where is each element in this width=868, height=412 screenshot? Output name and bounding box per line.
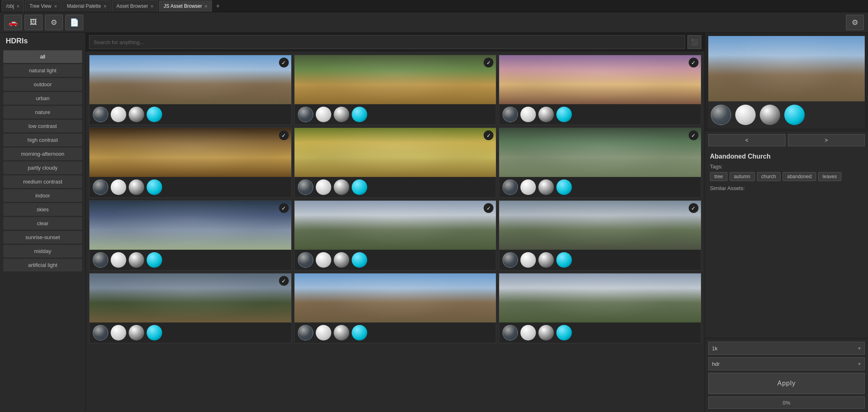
pano-overlay [295,128,496,177]
sidebar-item-nature[interactable]: nature [3,106,82,119]
grid-item-image: ✓ [499,55,701,104]
sidebar-item-urban[interactable]: urban [3,92,82,105]
sidebar-item-midday[interactable]: midday [3,245,82,258]
tag-autumn[interactable]: autumn [730,172,755,181]
sidebar-item-outdoor[interactable]: outdoor [3,78,82,91]
format-select[interactable]: hdr exr jpg [708,357,865,370]
grid-item-balls [89,322,291,343]
sidebar-item-natural-light[interactable]: natural light [3,64,82,77]
apply-button[interactable]: Apply [708,373,865,394]
tab-tree-view-close[interactable]: ✕ [54,4,57,9]
ball-white-ball [520,252,536,268]
format-select-wrapper: hdr exr jpg [708,357,865,370]
sidebar-item-low-contrast[interactable]: low contrast [3,120,82,132]
sidebar-item-skies[interactable]: skies [3,203,82,216]
car-button[interactable]: 🚗 [4,15,22,30]
tab-asset-browser-close[interactable]: ✕ [150,4,154,9]
nav-next-button[interactable]: > [788,134,865,146]
grid-item-image: ✓ [499,128,701,177]
tab-js-asset-browser-close[interactable]: ✕ [204,4,208,9]
main-layout: HDRIs allnatural lightoutdoorurbannature… [0,33,868,412]
search-input[interactable] [89,35,685,49]
check-badge: ✓ [279,276,289,286]
tab-bar: /obj ✕ Tree View ✕ Material Palette ✕ As… [0,0,868,12]
grid-item[interactable]: ✓ [294,55,497,125]
ball-cyan-ball [556,179,572,195]
sidebar-item-partly-cloudy[interactable]: partly cloudy [3,161,82,174]
grid-item[interactable]: ✓ [89,273,292,343]
grid-item-balls [89,104,291,125]
grid-item-balls [499,322,701,343]
grid-item[interactable]: ✓ [89,128,292,198]
grid-item[interactable]: ✓ [499,200,701,271]
preview-ball-glass [711,105,731,125]
tab-obj-close[interactable]: ✕ [16,4,20,9]
tab-js-asset-browser[interactable]: JS Asset Browser ✕ [159,0,212,12]
tags-label: Tags: [710,163,863,170]
check-badge: ✓ [279,203,289,213]
left-sidebar: HDRIs allnatural lightoutdoorurbannature… [0,33,86,412]
sidebar-item-artificial-light[interactable]: artificial light [3,259,82,271]
resolution-select-wrapper: 1k 2k 4k 8k [708,342,865,355]
pano-overlay [89,201,291,250]
ball-cyan-ball [352,325,367,340]
tag-abandoned[interactable]: abandoned [783,172,816,181]
sidebar-item-medium-contrast[interactable]: medium contrast [3,175,82,188]
settings-button[interactable]: ⚙ [45,15,63,30]
preview-ball-cyan [784,105,805,125]
ball-cyan-ball [556,325,572,340]
tab-obj[interactable]: /obj ✕ [2,0,24,12]
nav-prev-button[interactable]: < [708,134,785,146]
file-button[interactable]: 📄 [65,15,83,30]
grid-item[interactable]: ✓ [294,128,497,198]
tab-material-palette-close[interactable]: ✕ [103,4,107,9]
grid-item-balls [295,250,496,270]
grid-scroll[interactable]: ✓✓✓✓✓✓✓✓✓✓ [86,52,705,412]
tab-material-palette[interactable]: Material Palette ✕ [62,0,111,12]
pano-overlay [499,273,701,322]
grid-item[interactable]: ✓ [499,128,701,198]
grid-item[interactable]: ✓ [499,55,701,125]
top-right-settings-button[interactable]: ⚙ [846,15,864,30]
center-content: ⬛ ✓✓✓✓✓✓✓✓✓✓ [86,33,705,412]
image-button[interactable]: 🖼 [25,15,42,30]
grid-item[interactable] [294,273,497,343]
ball-glass-ball [298,252,313,268]
bottom-controls: 1k 2k 4k 8k hdr exr jpg Apply 0% [705,338,868,412]
grid-item[interactable]: ✓ [294,200,497,271]
grid-item-image [499,273,701,322]
tag-leaves[interactable]: leaves [818,172,841,181]
grid-item[interactable] [499,273,701,343]
tab-add-button[interactable]: + [213,1,223,11]
sidebar-item-morning-afternoon[interactable]: morning-afternoon [3,148,82,160]
top-right-gear-icon: ⚙ [852,18,858,27]
grid-item-balls [295,177,496,197]
pano-overlay [499,55,701,104]
grid-item-image: ✓ [499,201,701,250]
pano-overlay [499,201,701,250]
ball-chrome-ball [129,325,144,340]
sidebar-item-all[interactable]: all [3,50,82,63]
sidebar-item-high-contrast[interactable]: high contrast [3,134,82,146]
sidebar-item-indoor[interactable]: indoor [3,189,82,202]
tab-tree-view[interactable]: Tree View ✕ [25,0,61,12]
tag-church[interactable]: church [757,172,781,181]
nav-buttons: < > [705,132,868,149]
tab-js-asset-browser-label: JS Asset Browser [163,3,202,9]
grid-item[interactable]: ✓ [89,200,292,271]
tag-tree[interactable]: tree [710,172,727,181]
grid-item[interactable]: ✓ [89,55,292,125]
search-icon-button[interactable]: ⬛ [687,35,701,49]
preview-balls [708,101,865,128]
ball-glass-ball [93,325,108,340]
sidebar-item-sunrise-sunset[interactable]: sunrise-sunset [3,231,82,244]
ball-white-ball [520,179,536,195]
tab-asset-browser[interactable]: Asset Browser ✕ [112,0,158,12]
search-bar: ⬛ [86,33,705,52]
sidebar-item-clear[interactable]: clear [3,217,82,230]
ball-white-ball [316,179,331,195]
ball-cyan-ball [352,179,367,195]
pano-overlay [295,201,496,250]
resolution-select[interactable]: 1k 2k 4k 8k [708,342,865,355]
car-icon: 🚗 [9,18,18,27]
